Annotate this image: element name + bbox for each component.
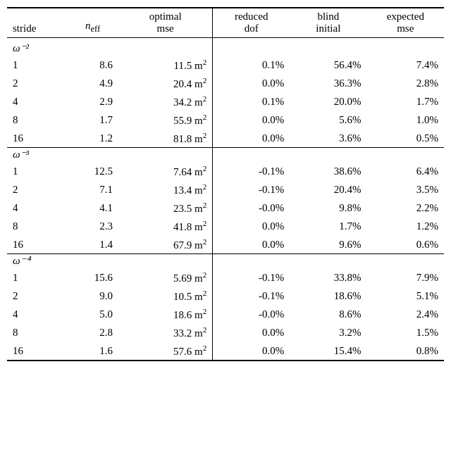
table-cell: 33.2 m2: [118, 323, 213, 342]
table-cell: 9.0: [67, 287, 118, 305]
table-row: 18.611.5 m20.1%56.4%7.4%: [7, 56, 444, 74]
table-cell: 1.7%: [367, 92, 444, 111]
table-cell: 1.7%: [290, 217, 366, 235]
section-header-2: ω⁻⁴: [7, 254, 444, 269]
table-cell: 1.6: [67, 342, 118, 361]
table-cell: 20.4%: [290, 180, 366, 199]
table-cell: 36.3%: [290, 74, 366, 92]
section-header-0: ω⁻²: [7, 38, 444, 56]
table-cell: 15.6: [67, 268, 118, 287]
table-cell: 0.0%: [213, 74, 290, 92]
table-cell: 0.0%: [213, 342, 290, 361]
table-cell: 1: [7, 268, 67, 287]
table-cell: -0.1%: [213, 268, 290, 287]
table-cell: 4: [7, 199, 67, 217]
table-cell: 9.6%: [290, 235, 366, 254]
table-cell: 4.1: [67, 199, 118, 217]
table-cell: 2: [7, 287, 67, 305]
table-cell: 0.5%: [367, 129, 444, 148]
table-row: 161.467.9 m20.0%9.6%0.6%: [7, 235, 444, 254]
table-row: 161.657.6 m20.0%15.4%0.8%: [7, 342, 444, 361]
table-cell: 1.2%: [367, 217, 444, 235]
table-cell: 57.6 m2: [118, 342, 213, 361]
table-cell: 8.6%: [290, 305, 366, 323]
table-cell: 4.9: [67, 74, 118, 92]
table-cell: 1.5%: [367, 323, 444, 342]
header-blind-initial: blindinitial: [290, 8, 366, 38]
table-cell: -0.0%: [213, 305, 290, 323]
table-row: 29.010.5 m2-0.1%18.6%5.1%: [7, 287, 444, 305]
table-cell: 0.0%: [213, 129, 290, 148]
table-cell: 3.2%: [290, 323, 366, 342]
table-cell: 15.4%: [290, 342, 366, 361]
table-cell: -0.1%: [213, 287, 290, 305]
table-cell: 2.8%: [367, 74, 444, 92]
table-row: 82.341.8 m20.0%1.7%1.2%: [7, 217, 444, 235]
header-stride: stride: [7, 8, 67, 38]
header-neff: neff: [67, 8, 118, 38]
section-label-0: ω⁻²: [7, 38, 213, 56]
header-optimal-mse: optimalmse: [118, 8, 213, 38]
table-cell: -0.1%: [213, 162, 290, 180]
table-row: 82.833.2 m20.0%3.2%1.5%: [7, 323, 444, 342]
table-cell: 7.64 m2: [118, 162, 213, 180]
table-cell: 0.1%: [213, 56, 290, 74]
table-row: 112.57.64 m2-0.1%38.6%6.4%: [7, 162, 444, 180]
table-cell: 5.69 m2: [118, 268, 213, 287]
reduced-dof-label: reduceddof: [235, 11, 268, 34]
table-cell: 9.8%: [290, 199, 366, 217]
section-label-2: ω⁻⁴: [7, 254, 213, 269]
table-cell: 0.6%: [367, 235, 444, 254]
optimal-mse-label: optimalmse: [149, 11, 182, 34]
table-cell: 4: [7, 92, 67, 111]
table-cell: 0.0%: [213, 217, 290, 235]
table-cell: 16: [7, 129, 67, 148]
table-cell: 5.6%: [290, 111, 366, 129]
table-cell: 18.6 m2: [118, 305, 213, 323]
blind-initial-label: blindinitial: [316, 11, 340, 34]
table-cell: 0.1%: [213, 92, 290, 111]
main-table-wrapper: stride neff optimalmse reduceddof blindi…: [7, 7, 444, 361]
table-cell: 1.0%: [367, 111, 444, 129]
table-cell: 1.4: [67, 235, 118, 254]
table-cell: 2.2%: [367, 199, 444, 217]
table-cell: -0.1%: [213, 180, 290, 199]
table-cell: 16: [7, 235, 67, 254]
table-cell: 0.8%: [367, 342, 444, 361]
table-row: 24.920.4 m20.0%36.3%2.8%: [7, 74, 444, 92]
table-cell: 33.8%: [290, 268, 366, 287]
table-cell: 20.4 m2: [118, 74, 213, 92]
table-cell: 3.5%: [367, 180, 444, 199]
table-cell: 2.9: [67, 92, 118, 111]
table-cell: 55.9 m2: [118, 111, 213, 129]
table-cell: 3.6%: [290, 129, 366, 148]
table-cell: 2: [7, 74, 67, 92]
table-row: 81.755.9 m20.0%5.6%1.0%: [7, 111, 444, 129]
table-cell: 8: [7, 217, 67, 235]
table-cell: 1.2: [67, 129, 118, 148]
table-cell: 2.8: [67, 323, 118, 342]
table-cell: 41.8 m2: [118, 217, 213, 235]
table-row: 42.934.2 m20.1%20.0%1.7%: [7, 92, 444, 111]
neff-label: neff: [85, 20, 100, 31]
table-cell: 8: [7, 111, 67, 129]
table-cell: 1: [7, 56, 67, 74]
table-cell: 7.1: [67, 180, 118, 199]
table-cell: 2: [7, 180, 67, 199]
section-header-1: ω⁻³: [7, 148, 444, 163]
table-cell: 11.5 m2: [118, 56, 213, 74]
table-cell: 18.6%: [290, 287, 366, 305]
table-cell: 1: [7, 162, 67, 180]
table-cell: 2.3: [67, 217, 118, 235]
data-table: stride neff optimalmse reduceddof blindi…: [7, 7, 444, 361]
table-cell: 0.0%: [213, 235, 290, 254]
table-row: 161.281.8 m20.0%3.6%0.5%: [7, 129, 444, 148]
table-cell: 7.4%: [367, 56, 444, 74]
table-cell: 16: [7, 342, 67, 361]
table-cell: 8: [7, 323, 67, 342]
table-cell: 10.5 m2: [118, 287, 213, 305]
table-cell: 13.4 m2: [118, 180, 213, 199]
header-expected-mse: expectedmse: [367, 8, 444, 38]
table-cell: 38.6%: [290, 162, 366, 180]
table-cell: 0.0%: [213, 323, 290, 342]
